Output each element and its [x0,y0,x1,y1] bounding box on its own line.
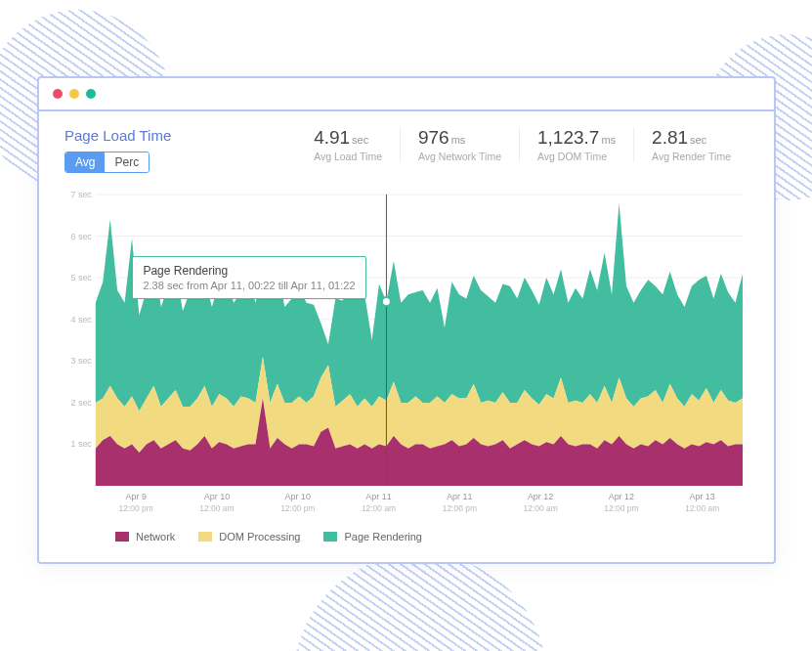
stat-label: Avg Load Time [314,151,382,162]
stat-value: 4.91 [314,127,350,148]
svg-text:12:00 am: 12:00 am [523,503,557,513]
summary-stats: 4.91sec Avg Load Time 976ms Avg Network … [296,127,748,162]
svg-text:12:00 am: 12:00 am [685,503,719,513]
legend-item-dom[interactable]: DOM Processing [198,531,300,542]
legend-swatch [198,532,212,542]
stat-value: 976 [418,127,449,148]
stat-unit: ms [601,134,616,146]
stat-avg-dom-time: 1,123.7ms Avg DOM Time [519,127,633,162]
svg-text:12:00 am: 12:00 am [199,503,234,513]
stacked-area-chart: 1 sec2 sec3 sec4 sec5 sec6 sec7 secApr 9… [64,189,748,521]
svg-point-31 [382,297,391,306]
svg-text:4 sec: 4 sec [70,315,92,325]
svg-text:Apr 12: Apr 12 [609,492,634,501]
svg-text:12:00 am: 12:00 am [362,503,396,513]
toggle-avg-button[interactable]: Avg [65,152,105,172]
window-minimize-icon[interactable] [69,89,79,99]
svg-text:12:00 pm: 12:00 pm [280,503,315,513]
svg-text:Apr 13: Apr 13 [689,492,714,501]
window-titlebar [39,78,774,111]
svg-text:Apr 10: Apr 10 [204,492,230,501]
svg-text:Apr 11: Apr 11 [365,492,391,501]
svg-text:12:00 pm: 12:00 pm [443,503,477,513]
stat-unit: sec [690,134,706,146]
legend-label: Page Rendering [344,531,422,542]
legend-item-network[interactable]: Network [115,531,175,542]
metric-toggle: Avg Perc [64,152,150,173]
stat-unit: ms [451,134,466,146]
svg-text:12:00 pm: 12:00 pm [119,503,153,513]
svg-text:Apr 9: Apr 9 [126,492,147,501]
svg-text:7 sec: 7 sec [70,190,92,199]
svg-text:12:00 pm: 12:00 pm [604,503,638,513]
stat-value: 2.81 [652,127,688,148]
toggle-perc-button[interactable]: Perc [105,152,149,172]
legend-swatch [323,532,337,542]
stat-label: Avg Render Time [652,151,731,162]
chart-title: Page Load Time [64,127,171,144]
svg-text:Apr 12: Apr 12 [528,492,553,501]
app-window: Page Load Time Avg Perc 4.91sec Avg Load… [37,76,776,564]
decorative-circle [293,553,547,651]
stat-avg-load-time: 4.91sec Avg Load Time [296,127,400,162]
svg-text:5 sec: 5 sec [70,273,92,282]
svg-text:1 sec: 1 sec [70,439,92,449]
stat-label: Avg Network Time [418,151,501,162]
svg-text:2 sec: 2 sec [70,398,92,408]
stat-avg-network-time: 976ms Avg Network Time [400,127,519,162]
legend-label: Network [136,531,175,542]
svg-text:Apr 10: Apr 10 [285,492,311,501]
legend-item-render[interactable]: Page Rendering [323,531,422,542]
stat-avg-render-time: 2.81sec Avg Render Time [633,127,748,162]
svg-text:Apr 11: Apr 11 [447,492,472,501]
svg-text:3 sec: 3 sec [70,356,92,366]
stat-label: Avg DOM Time [537,151,616,162]
legend-label: DOM Processing [219,531,300,542]
stat-unit: sec [352,134,368,146]
window-close-icon[interactable] [53,89,63,99]
stat-value: 1,123.7 [537,127,599,148]
legend-swatch [115,532,129,542]
window-zoom-icon[interactable] [86,89,96,99]
chart-area[interactable]: 1 sec2 sec3 sec4 sec5 sec6 sec7 secApr 9… [64,189,748,521]
chart-legend: Network DOM Processing Page Rendering [64,531,748,542]
svg-text:6 sec: 6 sec [70,232,92,241]
